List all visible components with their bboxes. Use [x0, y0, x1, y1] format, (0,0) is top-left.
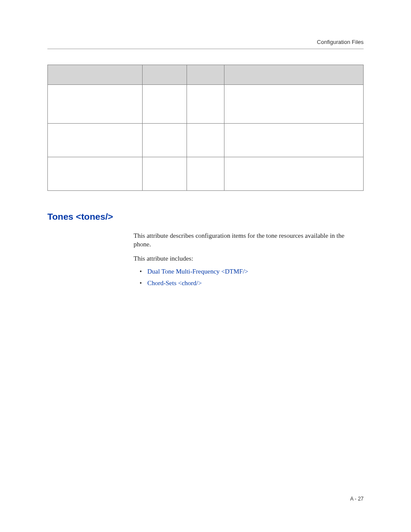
section-body: This attribute describes configuration i…: [134, 231, 359, 287]
table-cell: [224, 124, 364, 157]
table-header-cell: [48, 65, 143, 85]
table-header-row: [48, 65, 364, 85]
link-chord[interactable]: Chord-Sets <chord/>: [147, 280, 202, 286]
table-cell: [187, 85, 224, 124]
table-header-cell: [142, 65, 187, 85]
table-cell: [48, 124, 143, 157]
running-header: Configuration Files: [47, 39, 364, 45]
table-cell: [224, 157, 364, 191]
bullet-list: Dual Tone Multi-Frequency <DTMF/> Chord-…: [134, 268, 359, 287]
section-paragraph: This attribute describes configuration i…: [134, 231, 359, 249]
table-cell: [142, 124, 187, 157]
table-cell: [187, 124, 224, 157]
header-rule: [47, 49, 364, 49]
attributes-table: [47, 65, 364, 191]
table-row: [48, 157, 364, 191]
section-heading-tones: Tones <tones/>: [47, 212, 364, 222]
table-cell: [48, 85, 143, 124]
table-header-cell: [224, 65, 364, 85]
table-cell: [142, 85, 187, 124]
page-number: A - 27: [350, 496, 364, 502]
table-row: [48, 85, 364, 124]
table-cell: [142, 157, 187, 191]
table-header-cell: [187, 65, 224, 85]
table-cell: [48, 157, 143, 191]
list-item: Dual Tone Multi-Frequency <DTMF/>: [141, 268, 359, 275]
table-row: [48, 124, 364, 157]
list-item: Chord-Sets <chord/>: [141, 280, 359, 287]
table-cell: [224, 85, 364, 124]
section-paragraph: This attribute includes:: [134, 254, 359, 263]
link-dtmf[interactable]: Dual Tone Multi-Frequency <DTMF/>: [147, 268, 248, 275]
table-cell: [187, 157, 224, 191]
